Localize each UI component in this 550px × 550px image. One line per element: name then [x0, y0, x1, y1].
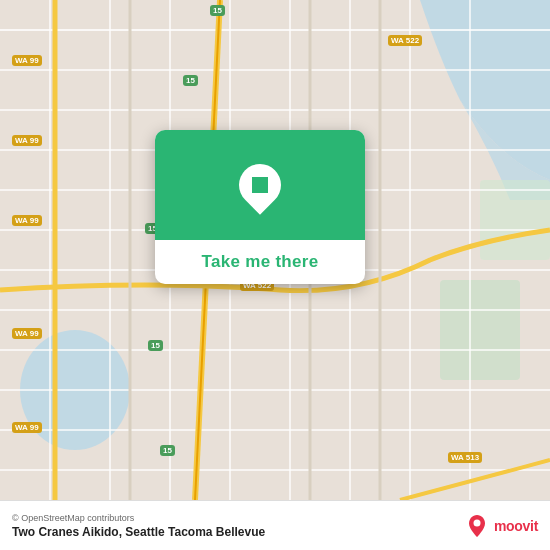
- svg-rect-2: [480, 180, 550, 260]
- moovit-logo: moovit: [464, 513, 538, 539]
- road-badge-i5-top: 15: [210, 5, 225, 16]
- road-badge-wa522-top: WA 522: [388, 35, 422, 46]
- svg-rect-1: [440, 280, 520, 380]
- road-badge-wa99-5: WA 99: [12, 422, 42, 433]
- location-name: Two Cranes Aikido, Seattle Tacoma Bellev…: [12, 525, 265, 539]
- copyright-text: © OpenStreetMap contributors: [12, 513, 265, 523]
- svg-line-26: [400, 460, 550, 500]
- road-badge-i5-bot1: 15: [148, 340, 163, 351]
- popup-text-area: Take me there: [155, 240, 365, 284]
- take-me-there-label[interactable]: Take me there: [202, 252, 319, 271]
- road-badge-wa99-1: WA 99: [12, 55, 42, 66]
- popup-green-area: [155, 130, 365, 240]
- road-badge-i5-bot2: 15: [160, 445, 175, 456]
- moovit-icon: [464, 513, 490, 539]
- moovit-app-name: moovit: [494, 518, 538, 534]
- bottom-bar: © OpenStreetMap contributors Two Cranes …: [0, 500, 550, 550]
- svg-point-30: [473, 519, 480, 526]
- take-me-there-popup[interactable]: Take me there: [155, 130, 365, 284]
- road-badge-wa513: WA 513: [448, 452, 482, 463]
- road-badge-i5-mid1: 15: [183, 75, 198, 86]
- road-badge-wa99-2: WA 99: [12, 135, 42, 146]
- road-badge-wa99-4: WA 99: [12, 328, 42, 339]
- bottom-left-info: © OpenStreetMap contributors Two Cranes …: [12, 513, 265, 539]
- road-badge-wa99-3: WA 99: [12, 215, 42, 226]
- map: 15 15 15 15 15 WA 99 WA 99 WA 99 WA 99 W…: [0, 0, 550, 500]
